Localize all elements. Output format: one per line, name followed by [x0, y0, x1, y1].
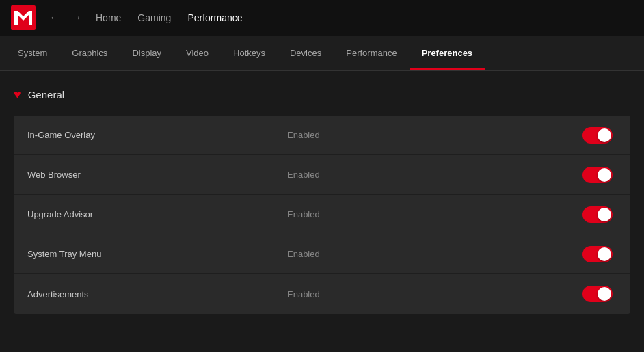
tab-system[interactable]: System [5, 36, 59, 70]
top-bar: ← → Home Gaming Performance [0, 0, 644, 36]
toggle-track-advertisements [582, 286, 613, 302]
setting-row-web-browser: Web Browser Enabled [14, 155, 630, 195]
setting-status-system-tray-menu: Enabled [287, 249, 576, 259]
forward-arrow[interactable]: → [68, 9, 85, 27]
tab-performance[interactable]: Performance [334, 36, 409, 70]
toggle-system-tray-menu[interactable] [582, 246, 613, 262]
setting-status-upgrade-advisor: Enabled [287, 209, 576, 219]
section-title: General [28, 89, 64, 100]
back-arrow[interactable]: ← [46, 9, 63, 27]
toggle-track-upgrade-advisor [582, 206, 613, 223]
setting-row-in-game-overlay: In-Game Overlay Enabled [14, 116, 630, 155]
top-nav-performance[interactable]: Performance [187, 10, 242, 26]
toggle-knob-system-tray-menu [598, 247, 611, 261]
tab-display[interactable]: Display [120, 36, 174, 70]
setting-status-advertisements: Enabled [287, 289, 576, 299]
heart-icon: ♥ [14, 87, 21, 102]
setting-toggle-in-game-overlay[interactable] [576, 127, 630, 144]
setting-toggle-system-tray-menu[interactable] [576, 246, 630, 262]
tab-preferences[interactable]: Preferences [410, 36, 485, 70]
tab-hotkeys[interactable]: Hotkeys [221, 36, 278, 70]
main-content: ♥ General In-Game Overlay Enabled Web Br… [0, 71, 644, 330]
setting-label-system-tray-menu: System Tray Menu [14, 249, 287, 259]
top-nav-gaming[interactable]: Gaming [137, 10, 171, 26]
setting-status-in-game-overlay: Enabled [287, 130, 576, 140]
setting-row-system-tray-menu: System Tray Menu Enabled [14, 234, 630, 274]
section-header: ♥ General [14, 87, 630, 102]
toggle-web-browser[interactable] [582, 167, 613, 183]
toggle-upgrade-advisor[interactable] [582, 206, 613, 223]
toggle-track-system-tray-menu [582, 246, 613, 262]
setting-label-web-browser: Web Browser [14, 170, 287, 180]
toggle-knob-in-game-overlay [598, 128, 611, 142]
setting-toggle-web-browser[interactable] [576, 167, 630, 183]
tab-bar: System Graphics Display Video Hotkeys De… [0, 36, 644, 71]
toggle-track-web-browser [582, 167, 613, 183]
setting-row-advertisements: Advertisements Enabled [14, 274, 630, 314]
setting-status-web-browser: Enabled [287, 170, 576, 180]
setting-label-advertisements: Advertisements [14, 289, 287, 299]
amd-logo [11, 5, 36, 30]
tab-devices[interactable]: Devices [278, 36, 334, 70]
setting-toggle-upgrade-advisor[interactable] [576, 206, 630, 223]
setting-label-in-game-overlay: In-Game Overlay [14, 130, 287, 140]
toggle-knob-advertisements [598, 287, 611, 301]
top-nav-links: Home Gaming Performance [96, 10, 243, 26]
toggle-in-game-overlay[interactable] [582, 127, 613, 144]
toggle-knob-upgrade-advisor [598, 208, 611, 221]
tab-graphics[interactable]: Graphics [59, 36, 120, 70]
settings-card: In-Game Overlay Enabled Web Browser Enab… [14, 116, 630, 314]
setting-toggle-advertisements[interactable] [576, 286, 630, 302]
setting-label-upgrade-advisor: Upgrade Advisor [14, 209, 287, 219]
toggle-knob-web-browser [598, 168, 611, 182]
tab-video[interactable]: Video [174, 36, 221, 70]
setting-row-upgrade-advisor: Upgrade Advisor Enabled [14, 195, 630, 234]
toggle-advertisements[interactable] [582, 286, 613, 302]
nav-arrows: ← → [46, 9, 85, 27]
toggle-track-in-game-overlay [582, 127, 613, 144]
top-nav-home[interactable]: Home [96, 10, 121, 26]
